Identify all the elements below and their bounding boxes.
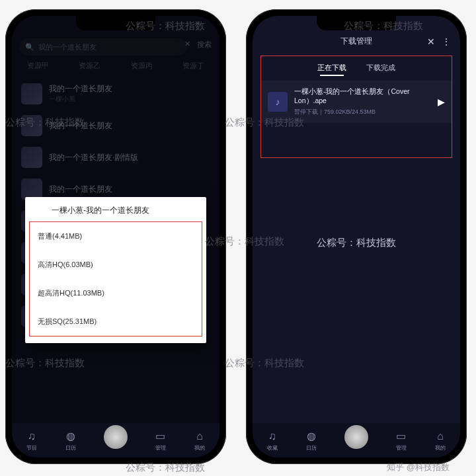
- tab-source-2[interactable]: 资源乙: [79, 61, 100, 71]
- download-item[interactable]: ♪ 一棵小葱-我的一个道长朋友（Cover Lon）.ape 暂停下载｜759.…: [261, 81, 452, 123]
- quality-option-normal[interactable]: 普通(4.41MB): [30, 222, 202, 251]
- notch: [317, 16, 396, 30]
- play-icon[interactable]: ▶: [438, 97, 445, 107]
- song-thumb: [21, 83, 42, 104]
- nav-programs[interactable]: ♫节目: [25, 430, 38, 452]
- quality-option-sq[interactable]: 无损SQ(25.31MB): [30, 307, 202, 336]
- list-item[interactable]: 我的一个道长朋友: [12, 110, 219, 141]
- nav-calendar[interactable]: ◍日历: [305, 430, 318, 452]
- nav-calendar[interactable]: ◍日历: [64, 430, 77, 452]
- globe-icon: ◍: [64, 430, 77, 443]
- file-music-icon: ♪: [268, 92, 288, 112]
- quality-dialog: 一棵小葱-我的一个道长朋友 普通(4.41MB) 高清HQ(6.03MB) 超高…: [25, 197, 206, 343]
- shirt-icon: ⌂: [193, 430, 206, 443]
- tab-downloaded[interactable]: 下载完成: [366, 63, 395, 73]
- nav-manage[interactable]: ▭管理: [154, 430, 167, 452]
- search-icon: 🔍: [25, 43, 34, 52]
- page-title: 下载管理: [340, 36, 372, 47]
- header-bar: 下载管理 ✕ ⋮: [253, 36, 460, 47]
- more-icon[interactable]: ⋮: [442, 36, 451, 47]
- notch: [76, 16, 155, 30]
- list-item[interactable]: 我的一个道长朋友一棵小葱: [12, 78, 219, 110]
- song-thumb: [21, 115, 42, 136]
- segment-tabs: 正在下载 下载完成: [261, 56, 452, 78]
- screen-right: 下载管理 ✕ ⋮ 正在下载 下载完成 ♪ 一棵小葱-我的一个道长朋友（Cover…: [253, 16, 460, 457]
- tab-source-3[interactable]: 资源丙: [131, 61, 153, 71]
- nav-center-play[interactable]: [104, 425, 128, 449]
- screen-left: 🔍 我的一个道长朋友 ✕ 搜索 资源甲 资源乙 资源丙 资源丁 我的一个道长朋友…: [12, 16, 219, 457]
- folder-icon: ▭: [154, 430, 167, 443]
- tab-downloading[interactable]: 正在下载: [317, 63, 346, 73]
- folder-icon: ▭: [395, 430, 408, 443]
- nav-mine[interactable]: ⌂我的: [434, 430, 447, 452]
- quality-options: 普通(4.41MB) 高清HQ(6.03MB) 超高清HQ(11.03MB) 无…: [29, 221, 202, 337]
- dialog-title: 一棵小葱-我的一个道长朋友: [25, 204, 206, 221]
- source-tabs: 资源甲 资源乙 资源丙 资源丁: [12, 61, 219, 71]
- clear-icon[interactable]: ✕: [184, 40, 190, 50]
- music-note-icon: ♫: [25, 430, 38, 443]
- nav-favorite[interactable]: ♫收藏: [266, 430, 279, 452]
- zhihu-credit: 知乎 @科技指数: [387, 461, 450, 473]
- music-note-icon: ♫: [266, 430, 279, 443]
- quality-option-shq[interactable]: 超高清HQ(11.03MB): [30, 279, 202, 307]
- download-section: 正在下载 下载完成 ♪ 一棵小葱-我的一个道长朋友（Cover Lon）.ape…: [260, 56, 452, 158]
- shirt-icon: ⌂: [434, 430, 447, 443]
- bottom-bar: ♫节目 ◍日历 ▭管理 ⌂我的: [12, 423, 219, 457]
- download-status: 暂停下载｜759.02KB/24.53MB: [294, 108, 431, 116]
- quality-option-hq[interactable]: 高清HQ(6.03MB): [30, 251, 202, 279]
- tab-source-4[interactable]: 资源丁: [182, 61, 204, 71]
- tools-icon[interactable]: ✕: [427, 36, 435, 47]
- song-thumb: [21, 147, 42, 168]
- phone-right: 下载管理 ✕ ⋮ 正在下载 下载完成 ♪ 一棵小葱-我的一个道长朋友（Cover…: [246, 9, 467, 464]
- nav-mine[interactable]: ⌂我的: [193, 430, 206, 452]
- tab-source-1[interactable]: 资源甲: [27, 61, 49, 71]
- download-filename: 一棵小葱-我的一个道长朋友（Cover Lon）.ape: [294, 87, 431, 106]
- bottom-bar: ♫收藏 ◍日历 ▭管理 ⌂我的: [253, 423, 460, 457]
- center-watermark: 公粽号：科技指数: [253, 237, 460, 249]
- search-bar[interactable]: 🔍 我的一个道长朋友: [20, 38, 186, 56]
- search-input[interactable]: 我的一个道长朋友: [38, 42, 97, 52]
- nav-center-play[interactable]: [344, 425, 368, 449]
- list-item[interactable]: 我的一个道长朋友·剧情版: [12, 141, 219, 173]
- globe-icon: ◍: [305, 430, 318, 443]
- search-action[interactable]: 搜索: [197, 40, 212, 50]
- nav-manage[interactable]: ▭管理: [395, 430, 408, 452]
- phone-left: 🔍 我的一个道长朋友 ✕ 搜索 资源甲 资源乙 资源丙 资源丁 我的一个道长朋友…: [5, 9, 226, 464]
